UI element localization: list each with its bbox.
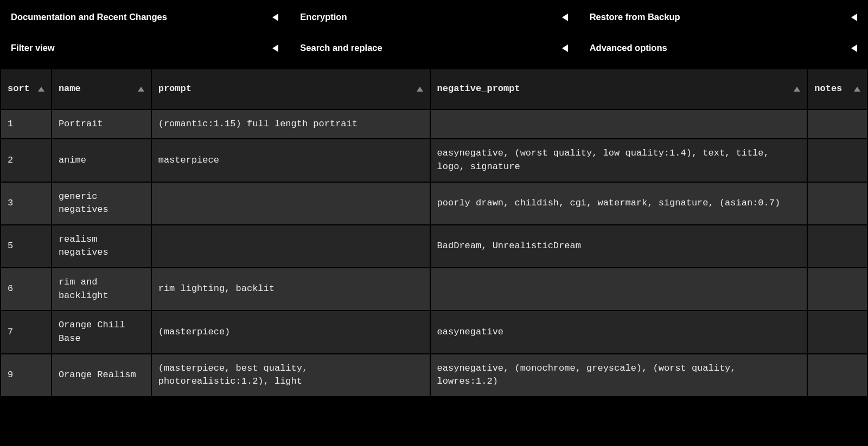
col-header-negative-prompt[interactable]: negative_prompt	[431, 69, 807, 109]
cell-notes[interactable]	[808, 354, 867, 396]
cell-notes[interactable]	[808, 183, 867, 224]
cell-sort[interactable]: 7	[1, 311, 51, 353]
cell-notes[interactable]	[808, 139, 867, 181]
cell-name[interactable]: Orange Realism	[52, 354, 151, 396]
table-body: 1Portrait(romantic:1.15) full length por…	[1, 110, 867, 396]
table-row[interactable]: 3generic negativespoorly drawn, childish…	[1, 183, 867, 224]
sort-asc-icon	[38, 87, 44, 92]
toolbar-label: Restore from Backup	[590, 12, 680, 22]
cell-prompt[interactable]: rim lighting, backlit	[152, 268, 430, 310]
cell-name[interactable]: rim and backlight	[52, 268, 151, 310]
toolbar-docs-changes[interactable]: Documentation and Recent Changes	[11, 12, 300, 22]
sort-asc-icon	[417, 87, 423, 92]
col-header-label: negative_prompt	[437, 82, 520, 96]
cell-negative_prompt[interactable]: easynegative	[431, 311, 807, 353]
cell-prompt[interactable]: masterpiece	[152, 139, 430, 181]
cell-sort[interactable]: 5	[1, 225, 51, 267]
cell-negative_prompt[interactable]: easynegative, (worst quality, low qualit…	[431, 139, 807, 181]
col-header-name[interactable]: name	[52, 69, 151, 109]
toolbar-label: Advanced options	[590, 43, 667, 53]
chevron-left-icon	[272, 44, 278, 52]
col-header-sort[interactable]: sort	[1, 69, 51, 109]
chevron-left-icon	[562, 14, 568, 21]
cell-sort[interactable]: 2	[1, 139, 51, 181]
cell-sort[interactable]: 1	[1, 110, 51, 139]
sort-asc-icon	[854, 87, 860, 92]
cell-sort[interactable]: 9	[1, 354, 51, 396]
cell-name[interactable]: Portrait	[52, 110, 151, 139]
sort-asc-icon	[138, 87, 144, 92]
cell-prompt[interactable]: (masterpiece)	[152, 311, 430, 353]
table-row[interactable]: 6rim and backlightrim lighting, backlit	[1, 268, 867, 310]
table-header-row: sort name prompt	[1, 69, 867, 109]
toolbar-encryption[interactable]: Encryption	[300, 12, 589, 22]
table-row[interactable]: 7Orange Chill Base(masterpiece)easynegat…	[1, 311, 867, 353]
table-row[interactable]: 1Portrait(romantic:1.15) full length por…	[1, 110, 867, 139]
cell-notes[interactable]	[808, 268, 867, 310]
sort-asc-icon	[794, 87, 800, 92]
cell-sort[interactable]: 3	[1, 183, 51, 224]
cell-name[interactable]: generic negatives	[52, 183, 151, 224]
table-row[interactable]: 5realism negativesBadDream, UnrealisticD…	[1, 225, 867, 267]
toolbar-label: Search and replace	[300, 43, 382, 53]
toolbar-restore-backup[interactable]: Restore from Backup	[590, 12, 857, 22]
cell-prompt[interactable]: (romantic:1.15) full length portrait	[152, 110, 430, 139]
cell-name[interactable]: anime	[52, 139, 151, 181]
cell-prompt[interactable]: (masterpiece, best quality, photorealist…	[152, 354, 430, 396]
toolbar-label: Encryption	[300, 12, 347, 22]
cell-prompt[interactable]	[152, 225, 430, 267]
toolbar-search-replace[interactable]: Search and replace	[300, 43, 589, 53]
cell-negative_prompt[interactable]: BadDream, UnrealisticDream	[431, 225, 807, 267]
cell-name[interactable]: realism negatives	[52, 225, 151, 267]
chevron-left-icon	[851, 14, 857, 21]
col-header-label: name	[59, 82, 81, 96]
col-header-label: notes	[814, 82, 842, 96]
col-header-label: sort	[8, 82, 30, 96]
cell-negative_prompt[interactable]	[431, 268, 807, 310]
cell-notes[interactable]	[808, 225, 867, 267]
data-table-wrap: sort name prompt	[0, 65, 868, 397]
cell-negative_prompt[interactable]	[431, 110, 807, 139]
toolbar-label: Filter view	[11, 43, 55, 53]
cell-notes[interactable]	[808, 110, 867, 139]
data-table: sort name prompt	[0, 68, 868, 397]
cell-negative_prompt[interactable]: easynegative, (monochrome, greyscale), (…	[431, 354, 807, 396]
table-row[interactable]: 9Orange Realism(masterpiece, best qualit…	[1, 354, 867, 396]
chevron-left-icon	[562, 44, 568, 52]
col-header-label: prompt	[158, 82, 192, 96]
chevron-left-icon	[851, 44, 857, 52]
cell-notes[interactable]	[808, 311, 867, 353]
col-header-prompt[interactable]: prompt	[152, 69, 430, 109]
cell-prompt[interactable]	[152, 183, 430, 224]
toolbar-row-1: Documentation and Recent Changes Encrypt…	[0, 0, 868, 34]
cell-sort[interactable]: 6	[1, 268, 51, 310]
col-header-notes[interactable]: notes	[808, 69, 867, 109]
cell-negative_prompt[interactable]: poorly drawn, childish, cgi, watermark, …	[431, 183, 807, 224]
toolbar-row-2: Filter view Search and replace Advanced …	[0, 34, 868, 65]
cell-name[interactable]: Orange Chill Base	[52, 311, 151, 353]
toolbar-label: Documentation and Recent Changes	[11, 12, 167, 22]
chevron-left-icon	[272, 14, 278, 21]
toolbar-advanced-options[interactable]: Advanced options	[590, 43, 857, 53]
toolbar-filter-view[interactable]: Filter view	[11, 43, 300, 53]
table-row[interactable]: 2animemasterpieceeasynegative, (worst qu…	[1, 139, 867, 181]
